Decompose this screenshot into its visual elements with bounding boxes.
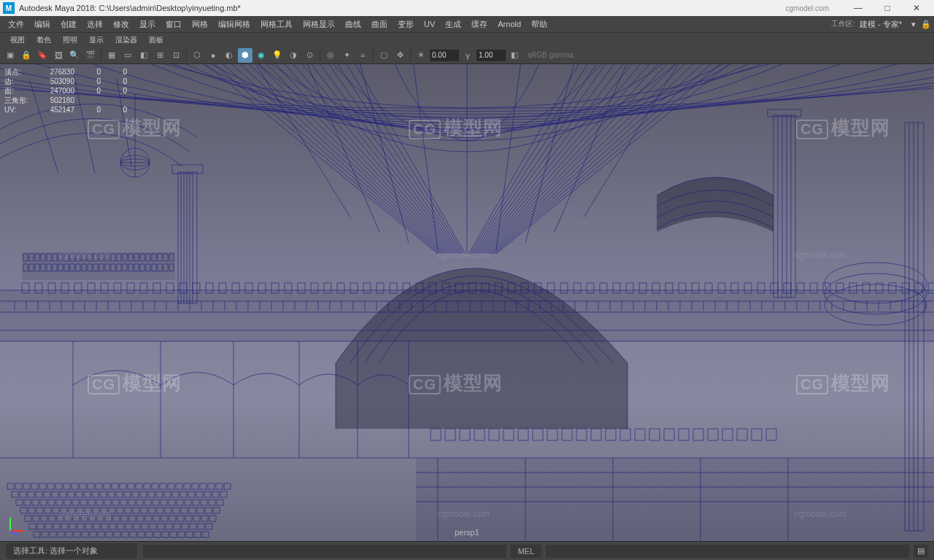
panel-view[interactable]: 视图: [4, 35, 31, 45]
panel-panels[interactable]: 面板: [143, 35, 169, 45]
script-editor-icon[interactable]: ▤: [914, 545, 928, 558]
exposure-field[interactable]: [430, 50, 459, 61]
motion-blur-icon[interactable]: ≈: [355, 48, 370, 63]
menu-modify[interactable]: 修改: [108, 19, 134, 30]
panel-lighting[interactable]: 照明: [57, 35, 83, 45]
film-back-icon[interactable]: ▭: [120, 48, 135, 63]
svg-rect-148: [40, 499, 47, 505]
window-title: Autodesk Maya 2018: C:\Users\admin\Deskt…: [19, 4, 786, 12]
menu-edit-mesh[interactable]: 编辑网格: [213, 19, 255, 30]
svg-rect-122: [44, 491, 50, 497]
field-chart-icon[interactable]: ⊞: [153, 48, 167, 63]
svg-rect-200: [57, 516, 63, 521]
wireframe-icon[interactable]: ⬡: [190, 48, 204, 63]
svg-rect-232: [126, 524, 132, 529]
smooth-shade-icon[interactable]: ●: [206, 48, 220, 63]
svg-rect-351: [664, 429, 674, 440]
use-default-material-icon[interactable]: ◐: [222, 48, 236, 63]
svg-rect-106: [136, 483, 142, 489]
minimize-button[interactable]: —: [844, 0, 873, 16]
svg-rect-135: [148, 491, 155, 497]
svg-rect-173: [36, 508, 43, 513]
menu-select[interactable]: 选择: [82, 19, 108, 30]
script-language-selector[interactable]: MEL: [511, 545, 542, 558]
svg-rect-342: [533, 429, 543, 440]
menu-mesh[interactable]: 网格: [187, 19, 213, 30]
gamma-icon[interactable]: γ: [460, 48, 475, 63]
panel-shading[interactable]: 着色: [31, 35, 57, 45]
close-button[interactable]: ✕: [902, 0, 931, 16]
view-transform-icon[interactable]: ◧: [507, 48, 522, 63]
perspective-viewport[interactable]: 顶点:27683000 边:50309000 面:24700000 三角形:50…: [0, 64, 934, 541]
svg-rect-240: [190, 524, 196, 529]
help-line-field[interactable]: [143, 545, 506, 558]
menu-deform[interactable]: 变形: [393, 19, 419, 30]
workspace-selector[interactable]: 建模 - 专家*: [855, 19, 906, 30]
svg-rect-162: [153, 499, 159, 505]
camera-bookmark-icon[interactable]: 🔖: [35, 48, 50, 63]
xray-joints-icon[interactable]: ✦: [339, 48, 354, 63]
textured-icon[interactable]: ◉: [254, 48, 269, 63]
svg-rect-227: [85, 524, 92, 529]
film-gate-icon[interactable]: 🎬: [83, 48, 98, 63]
image-plane-icon[interactable]: 🖼: [51, 48, 66, 63]
svg-rect-255: [130, 532, 136, 537]
svg-rect-178: [77, 508, 83, 513]
isolate-select-icon[interactable]: ⊙: [302, 48, 317, 63]
lights-icon[interactable]: 💡: [270, 48, 285, 63]
menu-edit[interactable]: 编辑: [29, 19, 55, 30]
menu-surfaces[interactable]: 曲面: [366, 19, 393, 30]
svg-rect-352: [679, 429, 689, 440]
workspace-dropdown-icon[interactable]: ▾: [906, 20, 921, 29]
pan-zoom-icon[interactable]: ✥: [393, 48, 407, 63]
svg-rect-348: [620, 429, 630, 440]
svg-rect-115: [208, 483, 215, 489]
panel-renderer[interactable]: 渲染器: [109, 35, 143, 45]
menu-create[interactable]: 创建: [55, 19, 82, 30]
svg-rect-150: [56, 499, 63, 505]
svg-rect-91: [15, 483, 22, 489]
menu-cache[interactable]: 缓存: [466, 19, 493, 30]
menu-help[interactable]: 帮助: [526, 19, 552, 30]
svg-rect-185: [133, 508, 139, 513]
svg-rect-353: [693, 429, 703, 440]
menu-file[interactable]: 文件: [3, 19, 29, 30]
lock-icon[interactable]: 🔒: [921, 20, 931, 29]
shadows-icon[interactable]: ◑: [286, 48, 301, 63]
svg-rect-163: [161, 499, 167, 505]
menu-uv[interactable]: UV: [419, 20, 440, 28]
svg-rect-337: [460, 429, 470, 440]
menu-mesh-display[interactable]: 网格显示: [298, 19, 340, 30]
menu-display[interactable]: 显示: [134, 19, 161, 30]
svg-rect-147: [32, 499, 39, 505]
menu-mesh-tools[interactable]: 网格工具: [255, 19, 298, 30]
lock-camera-icon[interactable]: 🔒: [19, 48, 34, 63]
menu-generate[interactable]: 生成: [440, 19, 466, 30]
svg-rect-118: [12, 491, 18, 497]
menu-arnold[interactable]: Arnold: [493, 20, 526, 28]
svg-rect-201: [65, 516, 72, 521]
svg-line-6: [525, 64, 584, 243]
svg-rect-109: [160, 483, 166, 489]
grid-icon[interactable]: ▦: [104, 48, 119, 63]
panel-show[interactable]: 显示: [83, 35, 109, 45]
menu-curves[interactable]: 曲线: [340, 19, 366, 30]
gamma-field[interactable]: [476, 50, 506, 61]
resolution-gate-icon[interactable]: ▢: [377, 48, 391, 63]
svg-rect-256: [138, 532, 144, 537]
command-line-input[interactable]: [546, 545, 909, 558]
svg-rect-248: [74, 532, 80, 537]
xray-icon[interactable]: ◎: [323, 48, 338, 63]
select-camera-icon[interactable]: ▣: [3, 48, 18, 63]
gate-mask-icon[interactable]: ◧: [136, 48, 151, 63]
menu-window[interactable]: 窗口: [161, 19, 187, 30]
svg-rect-191: [181, 508, 188, 513]
exposure-icon[interactable]: ☀: [414, 48, 428, 63]
wireframe-on-shaded-icon[interactable]: ⬢: [238, 48, 252, 63]
safe-action-icon[interactable]: ⊡: [169, 48, 183, 63]
maximize-button[interactable]: □: [873, 0, 902, 16]
svg-rect-181: [101, 508, 107, 513]
2d-zoom-icon[interactable]: 🔍: [67, 48, 82, 63]
svg-rect-134: [140, 491, 147, 497]
svg-rect-127: [84, 491, 90, 497]
